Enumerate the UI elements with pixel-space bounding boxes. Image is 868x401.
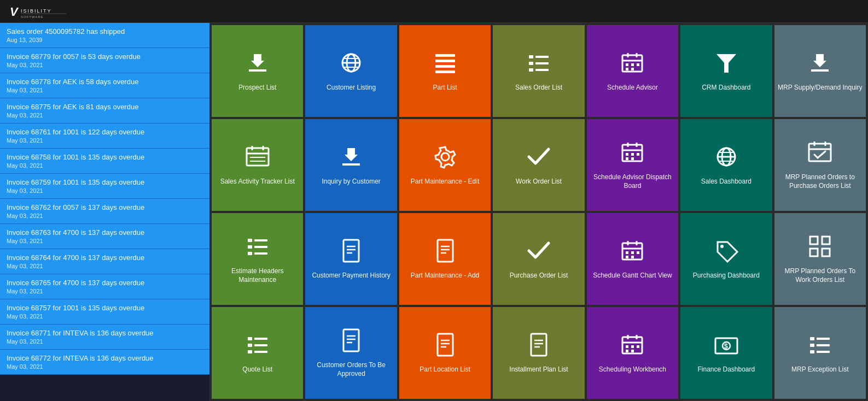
sidebar-item[interactable]: Invoice 68761 for 1001 is 122 days overd… <box>0 123 209 149</box>
svg-rect-76 <box>631 256 634 258</box>
svg-rect-56 <box>248 245 252 249</box>
sidebar-item-date: May 03, 2021 <box>7 238 203 244</box>
svg-rect-74 <box>637 251 639 254</box>
customer-payment-history-icon <box>338 238 364 267</box>
installment-plan-list[interactable]: Installment Plan List <box>493 307 584 399</box>
scheduling-workbench-icon <box>619 332 645 361</box>
customer-orders-approved[interactable]: Customer Orders To Be Approved <box>305 307 397 399</box>
svg-rect-88 <box>343 329 359 351</box>
sales-order-list-icon <box>526 50 552 79</box>
estimate-headers[interactable]: Estimate Headers Maintenance <box>212 213 303 305</box>
svg-rect-106 <box>637 345 639 348</box>
mrp-supply-demand[interactable]: MRP Supply/Demand Inquiry <box>774 25 866 117</box>
tile-grid: Prospect List Customer Listing Part List… <box>209 23 868 401</box>
mrp-supply-demand-icon <box>807 50 833 79</box>
schedule-advisor-dispatch[interactable]: Schedule Advisor Dispatch Board <box>587 119 678 211</box>
finance-dashboard[interactable]: $ Finance Dashboard <box>680 307 772 399</box>
svg-rect-41 <box>631 153 634 156</box>
sidebar-item[interactable]: Invoice 68762 for 0057 is 137 days overd… <box>0 199 209 224</box>
mrp-exception-list-label: MRP Exception List <box>791 365 849 374</box>
prospect-list-label: Prospect List <box>238 84 276 92</box>
sales-activity-tracker[interactable]: Sales Activity Tracker List <box>212 119 303 211</box>
svg-rect-81 <box>822 249 830 256</box>
svg-rect-72 <box>626 251 628 254</box>
sidebar-item[interactable]: Invoice 68757 for 1001 is 135 days overd… <box>0 299 209 325</box>
svg-rect-11 <box>435 65 455 68</box>
part-maintenance-add[interactable]: Part Maintenance - Add <box>399 213 491 305</box>
mrp-planned-orders-work[interactable]: MRP Planned Orders To Work Orders List <box>774 213 866 305</box>
part-location-list-label: Part Location List <box>420 365 470 374</box>
sidebar-item[interactable]: Invoice 68779 for 0057 is 53 days overdu… <box>0 48 209 73</box>
sidebar-item-date: May 03, 2021 <box>7 213 203 219</box>
estimate-headers-icon <box>244 233 271 263</box>
schedule-advisor-icon <box>619 50 645 79</box>
sales-order-list[interactable]: Sales Order List <box>493 25 584 117</box>
schedule-advisor-dispatch-icon <box>619 139 645 169</box>
finance-dashboard-icon: $ <box>713 332 739 361</box>
part-maintenance-add-label: Part Maintenance - Add <box>411 272 479 280</box>
sales-dashboard[interactable]: Sales Dashboard <box>680 119 772 211</box>
sidebar-item-date: May 03, 2021 <box>7 137 203 144</box>
mrp-planned-orders-purchase-label: MRP Planned Orders to Purchase Orders Li… <box>778 173 863 190</box>
scheduling-workbench[interactable]: Scheduling Workbench <box>587 307 678 399</box>
schedule-advisor[interactable]: Schedule Advisor <box>587 25 678 117</box>
mrp-planned-orders-purchase[interactable]: MRP Planned Orders to Purchase Orders Li… <box>774 119 866 211</box>
installment-plan-list-label: Installment Plan List <box>509 365 568 374</box>
estimate-headers-label: Estimate Headers Maintenance <box>215 267 300 284</box>
scheduling-workbench-label: Scheduling Workbench <box>599 365 666 374</box>
svg-rect-87 <box>254 351 267 353</box>
customer-payment-history[interactable]: Customer Payment History <box>305 213 397 305</box>
sidebar-item[interactable]: Invoice 68772 for INTEVA is 136 days ove… <box>0 350 209 375</box>
inquiry-by-customer-icon <box>338 144 364 173</box>
sidebar-item[interactable]: Invoice 68775 for AEK is 81 days overdue… <box>0 98 209 123</box>
svg-rect-12 <box>435 70 455 73</box>
svg-rect-115 <box>817 344 830 346</box>
sidebar-item[interactable]: Invoice 68764 for 4700 is 137 days overd… <box>0 249 209 274</box>
svg-rect-10 <box>435 60 455 62</box>
svg-rect-54 <box>248 239 252 242</box>
crm-dashboard[interactable]: CRM Dashboard <box>680 25 772 117</box>
part-maintenance-edit-label: Part Maintenance - Edit <box>411 178 479 186</box>
part-maintenance-edit[interactable]: Part Maintenance - Edit <box>399 119 491 211</box>
customer-listing[interactable]: Customer Listing <box>305 25 397 117</box>
quote-list[interactable]: Quote List <box>212 307 303 399</box>
sidebar-item-title: Invoice 68778 for AEK is 58 days overdue <box>7 78 203 86</box>
part-maintenance-add-icon <box>432 238 458 267</box>
svg-rect-23 <box>626 63 628 66</box>
crm-dashboard-label: CRM Dashboard <box>702 84 750 92</box>
svg-rect-107 <box>626 350 628 352</box>
svg-rect-79 <box>822 237 830 244</box>
svg-rect-112 <box>810 337 814 340</box>
purchasing-dashboard[interactable]: Purchasing Dashboard <box>680 213 772 305</box>
sidebar-item[interactable]: Invoice 68778 for AEK is 58 days overdue… <box>0 73 209 98</box>
part-location-list[interactable]: Part Location List <box>399 307 491 399</box>
svg-rect-13 <box>529 55 533 58</box>
sidebar-item-title: Invoice 68761 for 1001 is 122 days overd… <box>7 128 203 136</box>
inquiry-by-customer[interactable]: Inquiry by Customer <box>305 119 397 211</box>
sidebar-item[interactable]: Sales order 4500095782 has shipped Aug 1… <box>0 23 209 48</box>
sidebar-item[interactable]: Invoice 68763 for 4700 is 137 days overd… <box>0 224 209 249</box>
svg-rect-18 <box>535 69 549 71</box>
sidebar-item-date: May 03, 2021 <box>7 162 203 169</box>
sidebar-item-date: May 03, 2021 <box>7 363 203 370</box>
svg-rect-83 <box>254 338 267 340</box>
svg-rect-26 <box>626 68 628 70</box>
sidebar-item[interactable]: Invoice 68765 for 4700 is 137 days overd… <box>0 274 209 299</box>
mrp-exception-list[interactable]: MRP Exception List <box>774 307 866 399</box>
svg-rect-40 <box>626 153 628 156</box>
schedule-advisor-label: Schedule Advisor <box>607 84 658 92</box>
sidebar-item[interactable]: Invoice 68759 for 1001 is 135 days overd… <box>0 174 209 199</box>
part-location-list-icon <box>432 332 458 361</box>
quote-list-label: Quote List <box>242 365 272 374</box>
sidebar-item-title: Invoice 68775 for AEK is 81 days overdue <box>7 103 203 111</box>
work-order-list[interactable]: Work Order List <box>493 119 584 211</box>
crm-dashboard-icon <box>713 50 739 79</box>
sales-activity-tracker-icon <box>244 144 271 173</box>
purchase-order-list[interactable]: Purchase Order List <box>493 213 584 305</box>
schedule-gantt[interactable]: Schedule Gantt Chart View <box>587 213 678 305</box>
prospect-list[interactable]: Prospect List <box>212 25 303 117</box>
sidebar-item[interactable]: Invoice 68758 for 1001 is 135 days overd… <box>0 149 209 174</box>
svg-marker-28 <box>716 54 736 73</box>
part-list[interactable]: Part List <box>399 25 491 117</box>
sidebar-item[interactable]: Invoice 68771 for INTEVA is 136 days ove… <box>0 325 209 350</box>
